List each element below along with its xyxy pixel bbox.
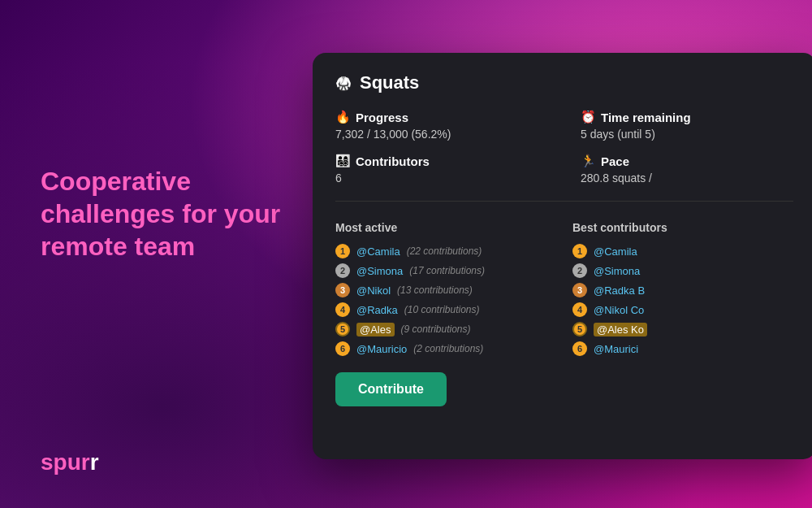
best-contributors-section: Best contributors 1 @Camila 2 @Simona 3 …	[572, 221, 793, 356]
contributions: (2 contributions)	[413, 343, 483, 354]
medal-6: 6	[572, 341, 587, 356]
challenge-card: 🥋 Squats 🔥 Progress 7,302 / 13,000 (56.2…	[313, 53, 812, 459]
username: @Nikol	[356, 284, 391, 297]
list-item: 6 @Maurici	[572, 341, 793, 356]
best-contributors-list: 1 @Camila 2 @Simona 3 @Radka B 4 @Nikol …	[572, 244, 793, 356]
hero-line1: Cooperative	[41, 167, 191, 196]
contributions: (22 contributions)	[407, 245, 482, 257]
list-item: 3 @Nikol (13 contributions)	[335, 283, 556, 297]
best-contributors-title: Best contributors	[572, 221, 793, 234]
contribute-button[interactable]: Contribute	[335, 372, 447, 406]
stat-pace-label: 🏃 Pace	[581, 154, 793, 168]
username: @Camila	[594, 245, 637, 258]
contributions: (10 contributions)	[404, 304, 480, 315]
fire-icon: 🔥	[335, 110, 351, 124]
stat-progress: 🔥 Progress 7,302 / 13,000 (56.2%)	[335, 110, 548, 141]
stat-time-label: ⏰ Time remaining	[581, 110, 793, 124]
stat-contributors-value: 6	[335, 172, 548, 185]
stat-progress-label: 🔥 Progress	[335, 110, 548, 124]
stat-pace-value: 280.8 squats /	[581, 172, 793, 185]
username: @Simona	[594, 265, 640, 277]
stat-contributors-label: 👨‍👩‍👧‍👦 Contributors	[335, 154, 548, 168]
list-item: 6 @Mauricio (2 contributions)	[335, 341, 556, 356]
brand-logo: spurr	[41, 449, 99, 475]
username-highlighted: @Ales Ko	[594, 323, 647, 336]
list-item: 1 @Camila (22 contributions)	[335, 244, 556, 258]
medal-5: 5	[335, 322, 350, 336]
most-active-list: 1 @Camila (22 contributions) 2 @Simona (…	[335, 244, 556, 356]
medal-6: 6	[335, 341, 350, 356]
medal-1: 1	[572, 244, 587, 258]
runner-icon: 🏃	[581, 154, 596, 168]
stat-time: ⏰ Time remaining 5 days (until 5)	[581, 110, 793, 141]
username-highlighted: @Ales	[356, 323, 395, 336]
leaderboards: Most active 1 @Camila (22 contributions)…	[335, 221, 793, 356]
stats-grid: 🔥 Progress 7,302 / 13,000 (56.2%) ⏰ Time…	[335, 110, 793, 202]
hero-section: Cooperative challenges for your remote t…	[41, 165, 280, 344]
card-title: Squats	[360, 72, 419, 93]
medal-4: 4	[335, 302, 350, 317]
card-header: 🥋 Squats	[335, 72, 793, 93]
list-item: 1 @Camila	[572, 244, 793, 258]
medal-4: 4	[572, 302, 587, 317]
username: @Radka	[356, 304, 398, 316]
list-item: 5 @Ales (9 contributions)	[335, 322, 556, 336]
contributions: (17 contributions)	[409, 265, 485, 276]
clock-icon: ⏰	[581, 110, 596, 124]
username: @Radka B	[594, 284, 645, 297]
username: @Mauricio	[356, 343, 407, 355]
username: @Simona	[356, 265, 403, 277]
hero-line2: challenges for your	[41, 199, 280, 228]
medal-2: 2	[572, 263, 587, 278]
brand-name-r: r	[90, 449, 99, 475]
stat-pace: 🏃 Pace 280.8 squats /	[581, 154, 793, 185]
list-item: 5 @Ales Ko	[572, 322, 793, 336]
hero-title: Cooperative challenges for your remote t…	[41, 165, 280, 263]
contributions: (9 contributions)	[401, 323, 471, 335]
list-item: 4 @Radka (10 contributions)	[335, 302, 556, 317]
medal-5: 5	[572, 322, 587, 336]
stat-contributors: 👨‍👩‍👧‍👦 Contributors 6	[335, 154, 548, 185]
stat-progress-value: 7,302 / 13,000 (56.2%)	[335, 128, 548, 141]
medal-1: 1	[335, 244, 350, 258]
username: @Camila	[356, 245, 400, 258]
most-active-title: Most active	[335, 221, 556, 234]
card-title-emoji: 🥋	[335, 76, 352, 91]
list-item: 2 @Simona	[572, 263, 793, 278]
most-active-section: Most active 1 @Camila (22 contributions)…	[335, 221, 556, 356]
username: @Maurici	[594, 343, 638, 355]
contributions: (13 contributions)	[397, 284, 473, 296]
medal-3: 3	[335, 283, 350, 297]
list-item: 4 @Nikol Co	[572, 302, 793, 317]
hero-line3: remote team	[41, 232, 195, 261]
people-icon: 👨‍👩‍👧‍👦	[335, 154, 351, 168]
medal-2: 2	[335, 263, 350, 278]
list-item: 3 @Radka B	[572, 283, 793, 297]
username: @Nikol Co	[594, 304, 644, 316]
medal-3: 3	[572, 283, 587, 297]
list-item: 2 @Simona (17 contributions)	[335, 263, 556, 278]
brand-name-spur: spur	[41, 449, 90, 475]
stat-time-value: 5 days (until 5)	[581, 128, 793, 141]
